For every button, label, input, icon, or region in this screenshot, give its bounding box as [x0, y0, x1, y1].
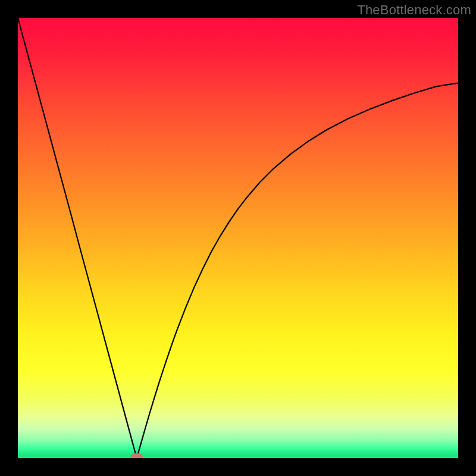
chart-svg — [18, 18, 458, 458]
watermark-text: TheBottleneck.com — [357, 2, 471, 18]
gradient-background — [18, 18, 458, 458]
plot-area — [18, 18, 458, 458]
chart-frame: TheBottleneck.com — [0, 0, 476, 476]
minimum-marker — [131, 453, 143, 458]
